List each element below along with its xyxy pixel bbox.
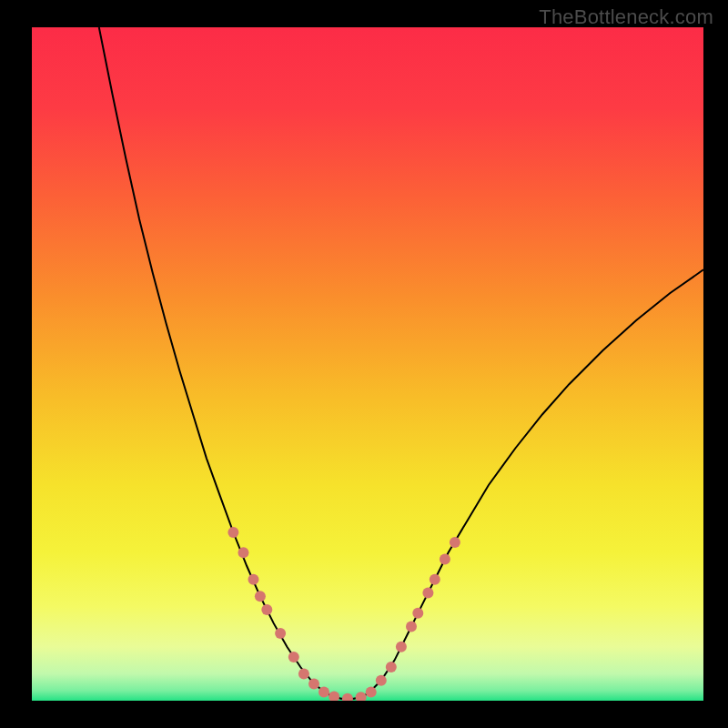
data-dot: [238, 547, 249, 558]
data-dot: [255, 591, 266, 602]
data-dot: [440, 554, 450, 565]
data-dot: [450, 537, 460, 548]
data-dot: [342, 693, 353, 704]
data-dot: [275, 628, 286, 639]
chart-frame: TheBottleneck.com: [0, 0, 728, 728]
data-dot: [412, 608, 423, 619]
data-dot: [356, 692, 367, 703]
data-dot: [406, 622, 417, 632]
data-dot: [386, 662, 397, 672]
data-dot: [376, 675, 387, 686]
data-dot: [430, 574, 440, 585]
data-dot: [248, 574, 259, 585]
data-dot: [422, 588, 433, 599]
data-dot: [329, 692, 339, 703]
data-dot: [298, 668, 309, 679]
chart-svg: [0, 0, 728, 728]
data-dot: [288, 652, 299, 662]
data-dot: [308, 679, 319, 690]
data-dot: [396, 642, 407, 652]
data-dot: [261, 604, 272, 615]
watermark-text: TheBottleneck.com: [539, 5, 713, 29]
data-dot: [228, 527, 238, 538]
gradient-background: [32, 27, 703, 701]
data-dot: [318, 686, 329, 697]
data-dot: [366, 686, 377, 697]
